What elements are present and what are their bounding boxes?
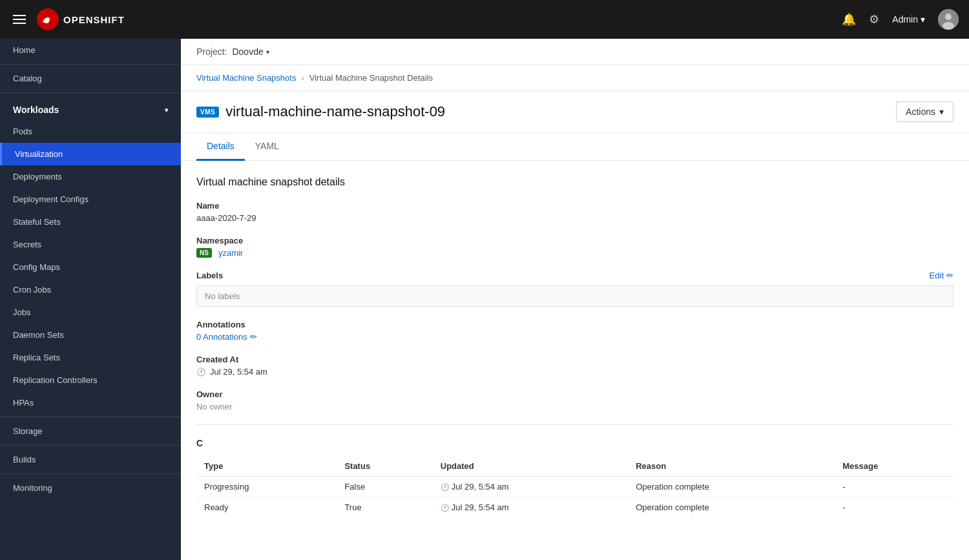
project-name-text: Doovde	[232, 47, 263, 57]
tab-details[interactable]: Details	[196, 133, 245, 161]
sidebar-jobs-label: Jobs	[13, 307, 30, 317]
sidebar-item-jobs[interactable]: Jobs	[0, 301, 181, 324]
details-section-title: Virtual machine snapshot details	[196, 176, 953, 188]
svg-point-4	[943, 22, 954, 30]
labels-edit-button[interactable]: Edit ✏	[930, 271, 953, 280]
admin-label: Admin	[892, 14, 918, 25]
namespace-label: Namespace	[196, 236, 953, 245]
sidebar: Home Catalog Workloads ▾ Pods Virtualiza…	[0, 39, 181, 560]
tabs: Details YAML	[181, 133, 969, 161]
detail-name: Name aaaa-2020-7-29	[196, 201, 953, 223]
top-navigation: OPENSHIFT 🔔 ⚙ Admin ▾	[0, 0, 969, 39]
admin-menu[interactable]: Admin ▾	[892, 14, 925, 25]
cell-reason: Operation complete	[628, 477, 835, 497]
col-status: Status	[337, 456, 432, 477]
project-bar: Project: Doovde ▾	[181, 39, 969, 65]
breadcrumb-link[interactable]: Virtual Machine Snapshots	[196, 73, 296, 83]
created-at-label: Created At	[196, 355, 953, 364]
sidebar-section-workloads[interactable]: Workloads ▾	[0, 96, 181, 120]
avatar[interactable]	[938, 9, 959, 30]
sidebar-hpas-label: HPAs	[13, 398, 34, 408]
sidebar-item-config-maps[interactable]: Config Maps	[0, 256, 181, 278]
sidebar-item-pods[interactable]: Pods	[0, 120, 181, 143]
sidebar-stateful-sets-label: Stateful Sets	[13, 217, 61, 227]
sidebar-item-storage[interactable]: Storage	[0, 420, 181, 442]
sidebar-item-hpas[interactable]: HPAs	[0, 391, 181, 414]
sidebar-item-stateful-sets[interactable]: Stateful Sets	[0, 211, 181, 233]
sidebar-deployments-label: Deployments	[13, 172, 62, 181]
sidebar-storage-label: Storage	[13, 426, 43, 436]
actions-label: Actions	[906, 107, 935, 117]
sidebar-monitoring-label: Monitoring	[13, 483, 52, 493]
sidebar-builds-label: Builds	[13, 455, 36, 464]
project-selector[interactable]: Doovde ▾	[232, 47, 269, 57]
sidebar-cron-jobs-label: Cron Jobs	[13, 285, 51, 295]
name-label: Name	[196, 201, 953, 211]
notifications-icon[interactable]: 🔔	[842, 12, 856, 26]
labels-box: No labels	[196, 285, 953, 307]
sidebar-item-cron-jobs[interactable]: Cron Jobs	[0, 278, 181, 301]
labels-label: Labels	[196, 271, 223, 280]
tab-details-label: Details	[207, 141, 234, 151]
sidebar-item-replica-sets[interactable]: Replica Sets	[0, 346, 181, 369]
cell-updated: 🕐Jul 29, 5:54 am	[433, 497, 628, 518]
col-updated: Updated	[433, 456, 628, 477]
redhat-logo-icon	[36, 8, 59, 31]
cell-status: True	[337, 497, 432, 518]
tab-yaml[interactable]: YAML	[245, 133, 289, 161]
sidebar-item-catalog[interactable]: Catalog	[0, 67, 181, 90]
no-labels-text: No labels	[205, 291, 240, 301]
actions-caret-icon: ▾	[939, 107, 944, 117]
page-title: virtual-machine-name-snapshot-09	[225, 103, 445, 120]
annotations-value: 0 Annotations	[196, 332, 247, 342]
owner-value: No owner	[196, 402, 953, 411]
col-type: Type	[196, 456, 337, 477]
logo-text: OPENSHIFT	[63, 14, 125, 25]
table-row: Progressing False 🕐Jul 29, 5:54 am Opera…	[196, 477, 953, 497]
sidebar-catalog-label: Catalog	[13, 74, 42, 83]
breadcrumb: Virtual Machine Snapshots › Virtual Mach…	[181, 65, 969, 91]
sidebar-item-home[interactable]: Home	[0, 39, 181, 61]
cell-message: -	[835, 497, 953, 518]
actions-button[interactable]: Actions ▾	[896, 101, 953, 122]
clock-icon: 🕐	[196, 368, 206, 377]
annotations-pencil-icon: ✏	[250, 332, 257, 342]
cell-type: Ready	[196, 497, 337, 518]
cell-updated: 🕐Jul 29, 5:54 am	[433, 477, 628, 497]
svg-point-1	[46, 17, 50, 21]
annotations-link[interactable]: 0 Annotations ✏	[196, 332, 953, 342]
sidebar-item-virtualization[interactable]: Virtualization	[0, 143, 181, 165]
owner-label: Owner	[196, 389, 953, 399]
detail-created-at: Created At 🕐 Jul 29, 5:54 am	[196, 355, 953, 377]
detail-namespace: Namespace NS yzamir	[196, 236, 953, 258]
breadcrumb-current: Virtual Machine Snapshot Details	[309, 73, 433, 83]
conditions-table: Type Status Updated Reason Message Progr…	[196, 456, 953, 517]
sidebar-item-deployment-configs[interactable]: Deployment Configs	[0, 188, 181, 211]
content-area: Virtual machine snapshot details Name aa…	[181, 161, 969, 533]
detail-owner: Owner No owner	[196, 389, 953, 411]
sidebar-item-secrets[interactable]: Secrets	[0, 233, 181, 256]
namespace-link[interactable]: yzamir	[218, 248, 243, 258]
col-message: Message	[835, 456, 953, 477]
hamburger-menu[interactable]	[10, 12, 28, 26]
project-caret-icon: ▾	[266, 48, 269, 56]
svg-point-3	[945, 14, 952, 20]
sidebar-virtualization-label: Virtualization	[15, 149, 63, 159]
name-value: aaaa-2020-7-29	[196, 213, 953, 223]
sidebar-item-deployments[interactable]: Deployments	[0, 165, 181, 188]
sidebar-item-replication-controllers[interactable]: Replication Controllers	[0, 369, 181, 391]
cell-reason: Operation complete	[628, 497, 835, 518]
conditions-title: C	[196, 438, 953, 448]
main-content: Project: Doovde ▾ Virtual Machine Snapsh…	[181, 39, 969, 560]
sidebar-item-daemon-sets[interactable]: Daemon Sets	[0, 324, 181, 346]
tab-yaml-label: YAML	[255, 141, 279, 151]
sidebar-item-monitoring[interactable]: Monitoring	[0, 477, 181, 499]
settings-icon[interactable]: ⚙	[869, 12, 879, 26]
sidebar-item-builds[interactable]: Builds	[0, 448, 181, 471]
edit-label: Edit	[930, 271, 944, 280]
project-label: Project:	[196, 47, 227, 57]
user-avatar-icon	[938, 9, 959, 30]
sidebar-replica-sets-label: Replica Sets	[13, 353, 60, 362]
table-row: Ready True 🕐Jul 29, 5:54 am Operation co…	[196, 497, 953, 518]
detail-annotations: Annotations 0 Annotations ✏	[196, 320, 953, 342]
